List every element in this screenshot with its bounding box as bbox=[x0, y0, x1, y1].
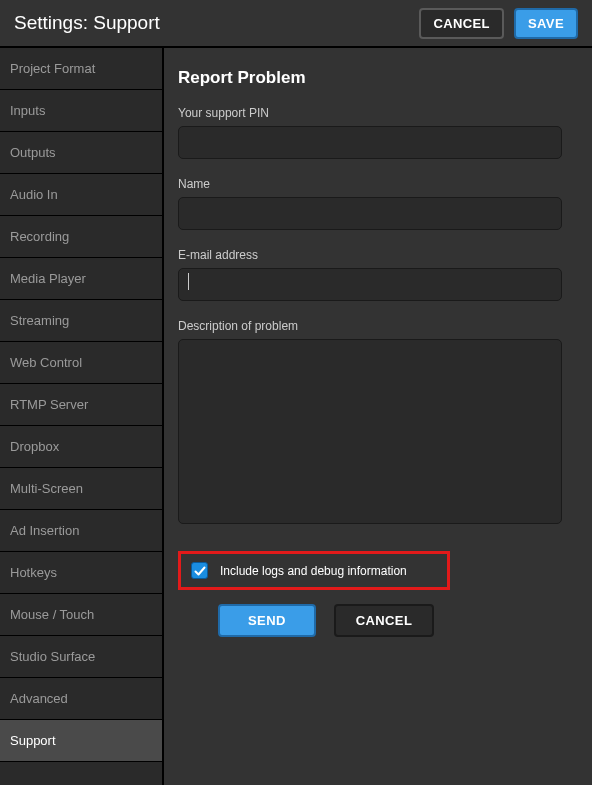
sidebar-item-studio-surface[interactable]: Studio Surface bbox=[0, 636, 162, 678]
sidebar-item-multi-screen[interactable]: Multi-Screen bbox=[0, 468, 162, 510]
sidebar-item-audio-in[interactable]: Audio In bbox=[0, 174, 162, 216]
include-logs-checkbox[interactable] bbox=[191, 562, 208, 579]
sidebar-item-dropbox[interactable]: Dropbox bbox=[0, 426, 162, 468]
page-title: Settings: Support bbox=[14, 12, 160, 34]
form-group-description: Description of problem bbox=[178, 319, 578, 527]
form-group-name: Name bbox=[178, 177, 578, 230]
sidebar-item-support[interactable]: Support bbox=[0, 720, 162, 762]
sidebar: Project Format Inputs Outputs Audio In R… bbox=[0, 48, 164, 785]
sidebar-item-streaming[interactable]: Streaming bbox=[0, 300, 162, 342]
email-label: E-mail address bbox=[178, 248, 578, 262]
text-cursor-icon bbox=[188, 273, 189, 290]
cancel-button[interactable]: CANCEL bbox=[419, 8, 504, 39]
header: Settings: Support CANCEL SAVE bbox=[0, 0, 592, 48]
form-group-pin: Your support PIN bbox=[178, 106, 578, 159]
form-title: Report Problem bbox=[178, 68, 578, 88]
pin-input[interactable] bbox=[178, 126, 562, 159]
name-input[interactable] bbox=[178, 197, 562, 230]
check-icon bbox=[194, 565, 206, 577]
sidebar-item-ad-insertion[interactable]: Ad Insertion bbox=[0, 510, 162, 552]
save-button[interactable]: SAVE bbox=[514, 8, 578, 39]
include-logs-label: Include logs and debug information bbox=[220, 564, 407, 578]
send-button[interactable]: SEND bbox=[218, 604, 316, 637]
description-textarea[interactable] bbox=[178, 339, 562, 524]
sidebar-item-hotkeys[interactable]: Hotkeys bbox=[0, 552, 162, 594]
include-logs-highlight: Include logs and debug information bbox=[178, 551, 450, 590]
cancel-form-button[interactable]: CANCEL bbox=[334, 604, 435, 637]
sidebar-item-inputs[interactable]: Inputs bbox=[0, 90, 162, 132]
name-label: Name bbox=[178, 177, 578, 191]
sidebar-item-recording[interactable]: Recording bbox=[0, 216, 162, 258]
sidebar-item-rtmp-server[interactable]: RTMP Server bbox=[0, 384, 162, 426]
description-label: Description of problem bbox=[178, 319, 578, 333]
sidebar-item-web-control[interactable]: Web Control bbox=[0, 342, 162, 384]
content: Report Problem Your support PIN Name E-m… bbox=[164, 48, 592, 785]
form-group-email: E-mail address bbox=[178, 248, 578, 301]
sidebar-item-media-player[interactable]: Media Player bbox=[0, 258, 162, 300]
form-buttons: SEND CANCEL bbox=[178, 604, 578, 637]
sidebar-item-advanced[interactable]: Advanced bbox=[0, 678, 162, 720]
main: Project Format Inputs Outputs Audio In R… bbox=[0, 48, 592, 785]
email-input[interactable] bbox=[178, 268, 562, 301]
sidebar-item-outputs[interactable]: Outputs bbox=[0, 132, 162, 174]
sidebar-item-mouse-touch[interactable]: Mouse / Touch bbox=[0, 594, 162, 636]
header-buttons: CANCEL SAVE bbox=[419, 8, 578, 39]
pin-label: Your support PIN bbox=[178, 106, 578, 120]
sidebar-item-project-format[interactable]: Project Format bbox=[0, 48, 162, 90]
